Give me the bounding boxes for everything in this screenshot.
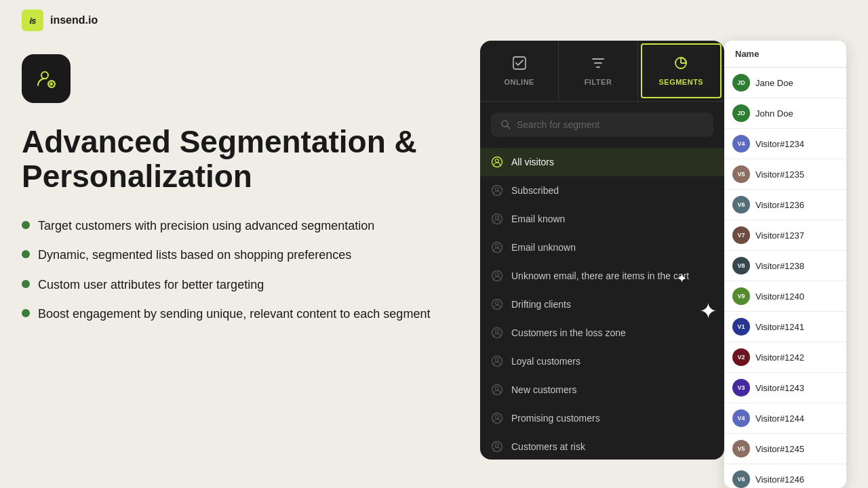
visitor-name: Visitor#1240	[755, 291, 804, 302]
name-item-4: V6 Visitor#1236	[724, 190, 846, 220]
visitor-name: Visitor#1243	[755, 383, 804, 393]
segment-item-loss-zone[interactable]: Customers in the loss zone	[480, 319, 724, 347]
name-item-1: JD John Doe	[724, 98, 846, 129]
name-list: JD Jane Doe JD John Doe V4 Visitor#1234 …	[724, 68, 846, 488]
visitor-name: Visitor#1245	[755, 444, 804, 454]
svg-point-30	[496, 444, 499, 447]
segment-item-promising[interactable]: Promising customers	[480, 404, 724, 432]
segment-label: Customers at risk	[511, 441, 585, 452]
segment-item-unknown-email-cart[interactable]: Unknown email, there are items in the ca…	[480, 262, 724, 290]
bullet-dot-1	[22, 221, 30, 229]
segments-icon	[673, 56, 688, 74]
segment-label: Drifting clients	[511, 299, 571, 310]
visitor-name: Visitor#1242	[755, 352, 804, 363]
svg-point-20	[496, 302, 499, 305]
main-content: Advanced Segmentation & Personalization …	[0, 41, 868, 488]
segment-icon	[491, 270, 503, 282]
tab-online-label: ONLINE	[504, 78, 534, 86]
visitor-name: Visitor#1241	[755, 322, 804, 332]
name-item-13: V6 Visitor#1246	[724, 464, 846, 488]
segment-icon	[491, 412, 503, 424]
avatar: V5	[732, 440, 750, 458]
svg-point-16	[496, 245, 499, 248]
brand-name: insend.io	[50, 14, 98, 26]
segment-label: Customers in the loss zone	[511, 327, 626, 338]
segment-item-at-risk[interactable]: Customers at risk	[480, 432, 724, 460]
visitor-name: Visitor#1236	[755, 200, 804, 210]
segment-icon	[491, 184, 503, 197]
name-item-2: V4 Visitor#1234	[724, 129, 846, 159]
name-item-9: V2 Visitor#1242	[724, 342, 846, 373]
name-panel-header: Name	[724, 41, 846, 68]
segment-label: Email unknown	[511, 242, 576, 253]
segment-item-loyal[interactable]: Loyal customers	[480, 347, 724, 375]
feature-item-4: Boost engagement by sending unique, rele…	[22, 306, 453, 323]
user-gear-icon	[34, 66, 58, 91]
segment-label: Email known	[511, 214, 565, 224]
svg-point-24	[496, 359, 499, 362]
svg-point-14	[496, 216, 499, 220]
avatar: V4	[732, 135, 750, 152]
header: is insend.io	[0, 0, 868, 41]
left-panel: Advanced Segmentation & Personalization …	[22, 41, 480, 323]
avatar: JD	[732, 74, 750, 92]
svg-line-8	[507, 126, 510, 129]
svg-point-10	[496, 159, 499, 163]
avatar: JD	[732, 104, 750, 122]
visitor-name: Visitor#1237	[755, 230, 804, 241]
avatar: V2	[732, 348, 750, 366]
name-item-7: V9 Visitor#1240	[724, 281, 846, 312]
bullet-dot-4	[22, 309, 30, 317]
segment-label: New customers	[511, 384, 576, 395]
segment-item-new-customers[interactable]: New customers	[480, 375, 724, 404]
visitor-name: Visitor#1234	[755, 139, 804, 149]
tab-segments[interactable]: SEGMENTS	[641, 43, 722, 98]
name-item-3: V5 Visitor#1235	[724, 159, 846, 190]
segment-item-email-unknown[interactable]: Email unknown	[480, 233, 724, 262]
feature-item-3: Custom user attributes for better target…	[22, 277, 453, 293]
name-item-11: V4 Visitor#1244	[724, 403, 846, 434]
segment-item-subscribed[interactable]: Subscribed	[480, 176, 724, 205]
avatar: V1	[732, 318, 750, 336]
svg-point-12	[496, 188, 499, 191]
feature-list: Target customers with precision using ad…	[22, 218, 453, 323]
segment-icon	[491, 384, 503, 396]
name-panel: Name JD Jane Doe JD John Doe V4 Visitor#…	[724, 41, 846, 488]
name-item-5: V7 Visitor#1237	[724, 220, 846, 251]
avatar: V9	[732, 287, 750, 305]
segment-icon	[491, 298, 503, 310]
svg-point-18	[496, 273, 499, 277]
svg-point-0	[41, 72, 48, 79]
segment-icon	[491, 241, 503, 253]
visitor-name: Visitor#1238	[755, 261, 804, 271]
svg-point-22	[496, 330, 499, 333]
visitor-name: Jane Doe	[755, 78, 793, 88]
segment-list: All visitors Subscribed Email known Emai…	[480, 148, 724, 460]
avatar: V4	[732, 409, 750, 427]
segment-icon	[491, 355, 503, 367]
segment-item-drifting-clients[interactable]: Drifting clients	[480, 290, 724, 319]
segment-item-all-visitors[interactable]: All visitors	[480, 148, 724, 176]
segment-icon	[491, 441, 503, 453]
tab-bar: ONLINE FILTER	[480, 41, 724, 102]
visitor-name: Visitor#1244	[755, 413, 804, 424]
bullet-dot-3	[22, 280, 30, 288]
name-item-0: JD Jane Doe	[724, 68, 846, 98]
avatar: V7	[732, 226, 750, 244]
feature-item-1: Target customers with precision using ad…	[22, 218, 453, 235]
bullet-dot-2	[22, 250, 30, 258]
feature-item-2: Dynamic, segmented lists based on shoppi…	[22, 247, 453, 264]
segment-label: All visitors	[511, 157, 554, 167]
avatar: V6	[732, 470, 750, 488]
segment-label: Subscribed	[511, 185, 559, 196]
segment-icon	[491, 327, 503, 339]
segment-item-email-known[interactable]: Email known	[480, 205, 724, 233]
avatar: V3	[732, 379, 750, 396]
visitor-name: John Doe	[755, 108, 793, 119]
headline: Advanced Segmentation & Personalization	[22, 125, 453, 193]
svg-point-26	[496, 387, 499, 390]
tab-filter[interactable]: FILTER	[559, 41, 637, 101]
tab-online[interactable]: ONLINE	[480, 41, 559, 101]
search-bar[interactable]: Search for segment	[491, 113, 713, 137]
avatar: V6	[732, 196, 750, 214]
